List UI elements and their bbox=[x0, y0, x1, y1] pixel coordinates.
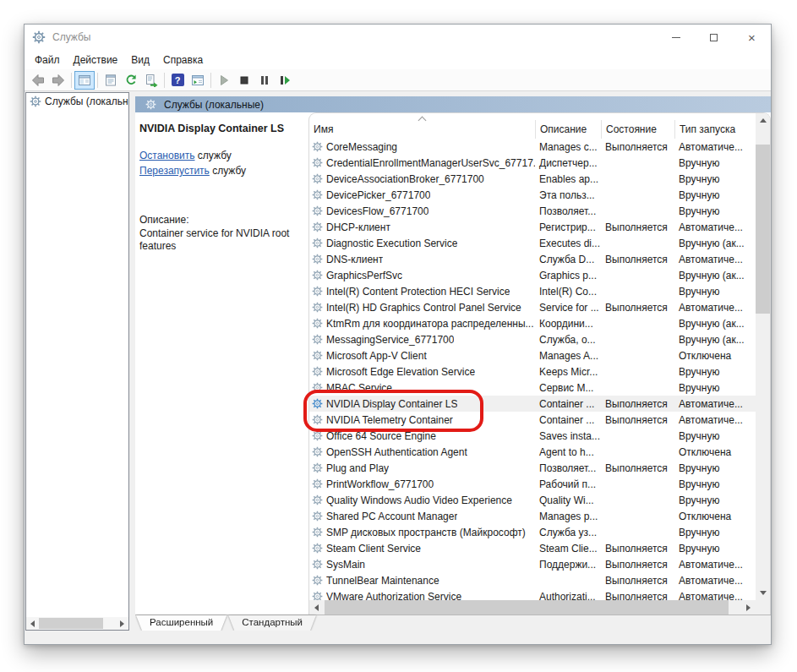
service-name: CredentialEnrollmentManagerUserSvc_67717… bbox=[326, 157, 535, 169]
scroll-left-button[interactable] bbox=[309, 600, 324, 615]
table-row[interactable]: Microsoft App-V ClientManages A...Отключ… bbox=[309, 347, 756, 363]
export-list-button[interactable] bbox=[141, 71, 161, 90]
tree-horizontal-scrollbar[interactable] bbox=[26, 617, 128, 630]
restart-service-button[interactable] bbox=[275, 71, 295, 90]
show-tree-icon bbox=[78, 74, 91, 87]
stop-service-link[interactable]: Остановить bbox=[139, 150, 195, 161]
table-row[interactable]: OpenSSH Authentication AgentAgent to h..… bbox=[309, 444, 756, 460]
table-row[interactable]: Shared PC Account ManagerManages p...Отк… bbox=[309, 508, 756, 524]
start-service-button[interactable] bbox=[214, 71, 234, 90]
tab-standard[interactable]: Стандартный bbox=[228, 615, 316, 631]
table-row[interactable]: DevicePicker_6771700Эта польз...Вручную bbox=[309, 187, 756, 203]
table-row[interactable]: Office 64 Source EngineSaves insta...Вру… bbox=[309, 428, 756, 444]
table-row[interactable]: CredentialEnrollmentManagerUserSvc_67717… bbox=[309, 155, 756, 171]
table-row[interactable]: DevicesFlow_6771700Позволяет...Вручную bbox=[309, 203, 756, 219]
service-name: Steam Client Service bbox=[326, 543, 421, 555]
menu-item-файл[interactable]: Файл bbox=[28, 52, 67, 68]
scrollbar-thumb[interactable] bbox=[325, 600, 729, 615]
service-info-panel: NVIDIA Display Container LS Остановить с… bbox=[135, 112, 308, 615]
service-startup-type: Автоматиче... bbox=[674, 591, 756, 601]
service-gear-icon bbox=[312, 334, 323, 345]
column-header-3[interactable]: Тип запуска bbox=[674, 120, 756, 139]
table-row[interactable]: DNS-клиентСлужба D...ВыполняетсяАвтомати… bbox=[309, 251, 756, 267]
minimize-button[interactable] bbox=[657, 25, 695, 50]
service-startup-type: Вручную bbox=[674, 157, 756, 169]
service-name: TunnelBear Maintenance bbox=[326, 575, 439, 587]
extended-view-button[interactable] bbox=[188, 71, 208, 90]
status-bar bbox=[25, 631, 771, 644]
scroll-right-button[interactable] bbox=[741, 600, 756, 615]
table-row[interactable]: Microsoft Edge Elevation ServiceKeeps Mi… bbox=[309, 363, 756, 380]
table-row[interactable]: Diagnostic Execution ServiceExecutes di.… bbox=[309, 235, 756, 251]
table-row[interactable]: SysMainПоддержи...ВыполняетсяАвтоматиче.… bbox=[309, 556, 756, 572]
table-row[interactable]: CoreMessagingManages c...ВыполняетсяАвто… bbox=[309, 139, 756, 155]
scroll-up-button[interactable] bbox=[756, 113, 770, 128]
list-horizontal-scrollbar[interactable] bbox=[309, 600, 770, 615]
table-row[interactable]: NVIDIA Telemetry ContainerContainer ...В… bbox=[309, 412, 756, 428]
table-row[interactable]: GraphicsPerfSvcGraphics p...Вручную (ак.… bbox=[309, 267, 756, 283]
properties-button[interactable] bbox=[101, 71, 121, 90]
stop-service-button[interactable] bbox=[234, 71, 254, 90]
maximize-button[interactable] bbox=[695, 25, 733, 50]
services-gear-icon bbox=[145, 99, 156, 110]
table-row[interactable]: TunnelBear MaintenanceВыполняетсяАвтомат… bbox=[309, 572, 756, 588]
tab-extended[interactable]: Расширенный bbox=[136, 615, 227, 631]
service-gear-icon bbox=[312, 141, 323, 152]
table-row[interactable]: KtmRm для координатора распределенны...К… bbox=[309, 315, 756, 331]
service-gear-icon bbox=[312, 382, 323, 393]
scroll-left-button[interactable] bbox=[26, 617, 39, 630]
column-header-1[interactable]: Описание bbox=[535, 120, 601, 139]
table-row[interactable]: DeviceAssociationBroker_6771700Enables a… bbox=[309, 171, 756, 187]
service-gear-icon bbox=[312, 494, 323, 505]
table-row[interactable]: Intel(R) Content Protection HECI Service… bbox=[309, 283, 756, 299]
service-status: Выполняется bbox=[601, 221, 674, 233]
service-startup-type: Автоматиче... bbox=[674, 559, 756, 571]
table-row[interactable]: Intel(R) HD Graphics Control Panel Servi… bbox=[309, 299, 756, 315]
arrow-right-icon bbox=[746, 604, 751, 611]
table-row[interactable]: DHCP-клиентРегистрир...ВыполняетсяАвтома… bbox=[309, 219, 756, 235]
stop-service-suffix: службу bbox=[195, 150, 232, 161]
service-startup-type: Автоматиче... bbox=[674, 254, 756, 265]
table-row[interactable]: MBAC ServiceСервис M...Вручную bbox=[309, 380, 756, 396]
close-button[interactable]: × bbox=[733, 25, 771, 50]
service-description: Позволяет... bbox=[535, 462, 601, 474]
export-list-icon bbox=[145, 74, 158, 87]
service-description: Steam Clie... bbox=[535, 543, 601, 555]
help-button[interactable]: ? bbox=[167, 71, 188, 90]
service-gear-icon bbox=[312, 189, 323, 200]
table-row[interactable]: MessagingService_6771700Служба, о...Вруч… bbox=[309, 331, 756, 347]
column-header-2[interactable]: Состояние bbox=[601, 120, 674, 139]
panel-splitter[interactable] bbox=[129, 91, 135, 631]
scroll-right-button[interactable] bbox=[116, 617, 128, 630]
table-row[interactable]: SMP дисковых пространств (Майкрософт)Слу… bbox=[309, 524, 756, 540]
service-description: Agent to h... bbox=[535, 446, 601, 458]
tree-item-services-local[interactable]: Службы (локальные) bbox=[26, 93, 128, 110]
table-row[interactable]: Steam Client ServiceSteam Clie...Выполня… bbox=[309, 540, 756, 556]
menu-item-вид[interactable]: Вид bbox=[124, 52, 156, 68]
service-description: Служба уз... bbox=[535, 527, 601, 538]
scroll-down-button[interactable] bbox=[756, 586, 770, 600]
service-gear-icon bbox=[312, 527, 323, 538]
tree-empty-area bbox=[26, 110, 128, 617]
table-row[interactable]: Quality Windows Audio Video ExperienceQu… bbox=[309, 492, 756, 508]
service-description: Регистрир... bbox=[535, 221, 601, 233]
title-bar[interactable]: Службы × bbox=[25, 25, 771, 50]
pause-service-button[interactable] bbox=[254, 71, 275, 90]
table-row[interactable]: VMware Authorization ServiceAuthorizati.… bbox=[309, 588, 756, 600]
list-vertical-scrollbar[interactable] bbox=[756, 113, 770, 600]
service-description: Поддержи... bbox=[535, 559, 601, 571]
menu-item-справка[interactable]: Справка bbox=[156, 52, 210, 68]
table-row[interactable]: PrintWorkflow_6771700Рабочий п...Вручную bbox=[309, 476, 756, 492]
scrollbar-thumb[interactable] bbox=[756, 145, 770, 314]
back-button[interactable] bbox=[28, 71, 48, 90]
refresh-button[interactable] bbox=[121, 71, 141, 90]
table-row[interactable]: Plug and PlayПозволяет...ВыполняетсяВруч… bbox=[309, 460, 756, 476]
show-tree-button[interactable] bbox=[74, 71, 95, 90]
table-row[interactable]: NVIDIA Display Container LSContainer ...… bbox=[309, 396, 756, 412]
forward-button[interactable] bbox=[48, 71, 68, 90]
scrollbar-thumb[interactable] bbox=[39, 618, 103, 629]
services-list-panel: ИмяОписаниеСостояниеТип запуска CoreMess… bbox=[308, 112, 771, 615]
menu-bar: ФайлДействиеВидСправка bbox=[25, 50, 771, 69]
menu-item-действие[interactable]: Действие bbox=[67, 52, 125, 68]
restart-service-link[interactable]: Перезапустить bbox=[139, 165, 210, 177]
